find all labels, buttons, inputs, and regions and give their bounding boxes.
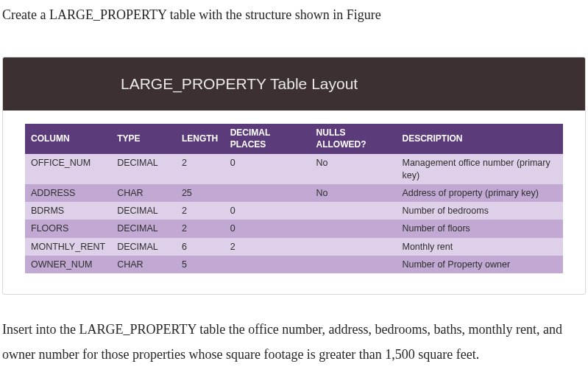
figure-title: LARGE_PROPERTY Table Layout	[3, 57, 585, 111]
cell-decimal: 2	[224, 238, 311, 256]
cell-column: BDRMS	[25, 202, 111, 220]
cell-decimal: 0	[224, 154, 311, 184]
th-length: LENGTH	[176, 124, 224, 154]
outro-paragraph: Insert into the LARGE_PROPERTY table the…	[2, 317, 586, 367]
th-desc: DESCRIPTION	[396, 124, 563, 154]
cell-length: 2	[176, 154, 224, 184]
th-column: COLUMN	[25, 124, 111, 154]
table-row: OFFICE_NUMDECIMAL20NoManagement office n…	[25, 154, 563, 184]
table-row: FLOORSDECIMAL20Number of floors	[25, 220, 563, 237]
cell-column: FLOORS	[25, 220, 111, 237]
cell-nulls	[311, 202, 397, 220]
cell-nulls: No	[311, 184, 397, 202]
large-property-table: COLUMN TYPE LENGTH DECIMAL PLACES NULLS …	[25, 124, 563, 273]
cell-decimal: 0	[224, 202, 311, 220]
cell-desc: Number of Property owner	[396, 256, 563, 273]
cell-column: OFFICE_NUM	[25, 154, 111, 184]
cell-decimal: 0	[224, 220, 311, 237]
cell-desc: Number of bedrooms	[396, 202, 563, 220]
cell-column: ADDRESS	[25, 184, 111, 202]
cell-length: 2	[176, 220, 224, 237]
cell-column: MONTHLY_RENT	[25, 238, 111, 256]
cell-desc: Address of property (primary key)	[396, 184, 563, 202]
cell-nulls	[311, 238, 397, 256]
cell-length: 5	[176, 256, 224, 273]
cell-decimal	[224, 256, 311, 273]
cell-length: 6	[176, 238, 224, 256]
cell-type: DECIMAL	[111, 202, 176, 220]
cell-type: DECIMAL	[111, 154, 176, 184]
th-type: TYPE	[111, 124, 176, 154]
figure-container: LARGE_PROPERTY Table Layout COLUMN TYPE …	[2, 57, 586, 295]
table-body: OFFICE_NUMDECIMAL20NoManagement office n…	[25, 154, 563, 273]
cell-type: DECIMAL	[111, 220, 176, 237]
cell-column: OWNER_NUM	[25, 256, 111, 273]
th-nulls: NULLS ALLOWED?	[311, 124, 397, 154]
cell-nulls	[311, 220, 397, 237]
th-decimal: DECIMAL PLACES	[224, 124, 311, 154]
cell-type: CHAR	[111, 184, 176, 202]
cell-desc: Management office number (primary key)	[396, 154, 563, 184]
table-wrap: COLUMN TYPE LENGTH DECIMAL PLACES NULLS …	[3, 111, 585, 273]
cell-desc: Monthly rent	[396, 238, 563, 256]
cell-type: DECIMAL	[111, 238, 176, 256]
cell-length: 25	[176, 184, 224, 202]
table-row: MONTHLY_RENTDECIMAL62Monthly rent	[25, 238, 563, 256]
cell-type: CHAR	[111, 256, 176, 273]
table-row: OWNER_NUMCHAR5Number of Property owner	[25, 256, 563, 273]
table-row: BDRMSDECIMAL20Number of bedrooms	[25, 202, 563, 220]
table-row: ADDRESSCHAR25NoAddress of property (prim…	[25, 184, 563, 202]
intro-paragraph: Create a LARGE_PROPERTY table with the s…	[2, 2, 586, 27]
table-header-row: COLUMN TYPE LENGTH DECIMAL PLACES NULLS …	[25, 124, 563, 154]
cell-decimal	[224, 184, 311, 202]
cell-nulls	[311, 256, 397, 273]
cell-length: 2	[176, 202, 224, 220]
cell-nulls: No	[311, 154, 397, 184]
cell-desc: Number of floors	[396, 220, 563, 237]
